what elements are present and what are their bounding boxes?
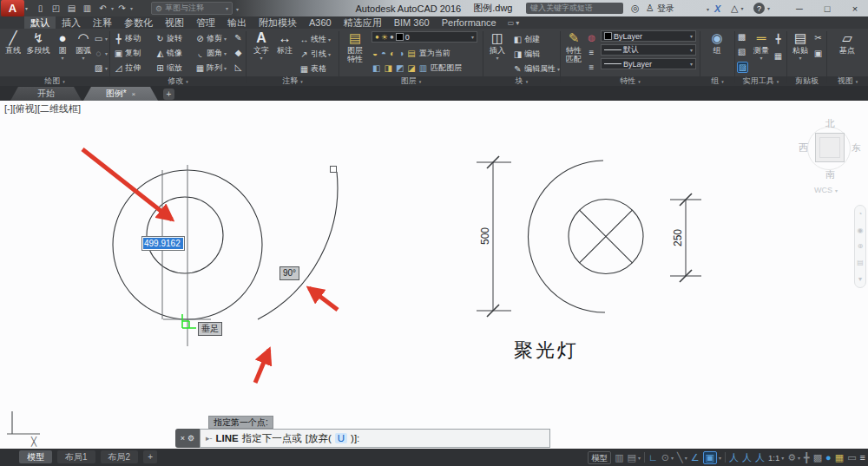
ribbon-tab-home[interactable]: 默认 (24, 16, 56, 29)
layout1-tab[interactable]: 布局1 (57, 450, 95, 463)
panel-clipboard-label[interactable]: 剪贴板 (787, 76, 826, 86)
layer-thaw-icon[interactable]: ◨ (384, 63, 391, 73)
hatch-button[interactable]: ▨▾ (94, 63, 108, 73)
match-properties-button[interactable]: ✎ 特性 匹配 (562, 30, 586, 63)
zoom-icon[interactable]: ⊕ (858, 242, 864, 250)
scale-button[interactable]: ⊞缩放 (155, 62, 182, 74)
wcs-dropdown[interactable]: WCS ▾ (814, 186, 838, 194)
help-button[interactable]: ? ▾ (753, 0, 770, 16)
offset-button[interactable]: ◺ (233, 62, 243, 72)
make-current-button[interactable]: 置为当前 (419, 48, 450, 59)
ribbon-tab-view[interactable]: 视图 (159, 16, 190, 29)
viewcube-west[interactable]: 西 (799, 141, 808, 154)
cut-button[interactable]: ✂ (813, 33, 823, 43)
layer-walk-icon[interactable]: ▤ (407, 49, 415, 58)
rotate-button[interactable]: ↻旋转 (155, 33, 182, 44)
circle-button[interactable]: ● 圆 ▾ (52, 30, 73, 61)
redo-icon[interactable]: ↷ (115, 3, 129, 13)
annotation-visibility-icon[interactable]: 人 (729, 451, 739, 464)
autoscale-icon[interactable]: 人 (742, 451, 752, 464)
model-space-button[interactable]: 模型 (588, 451, 611, 464)
ribbon-tab-addins[interactable]: 附加模块 (253, 16, 303, 29)
undo-dropdown-icon[interactable]: ▾ (111, 5, 114, 11)
color-palette-button[interactable]: ◍ (587, 33, 596, 43)
viewcube-east[interactable]: 东 (852, 141, 861, 154)
command-close-icon[interactable]: × (181, 434, 185, 443)
arc-dropdown-icon[interactable]: ▾ (82, 55, 84, 61)
orbit-icon[interactable]: ▤ (857, 259, 864, 266)
leader-button[interactable]: ↗引线▾ (299, 49, 331, 60)
panel-view-label[interactable]: 视图▾ (827, 76, 868, 86)
linear-dim-button[interactable]: ↔线性▾ (299, 34, 331, 45)
panel-properties-label[interactable]: 特性▾ (561, 76, 700, 86)
a360-button[interactable]: X (714, 0, 720, 16)
file-tab-doc[interactable]: 图例* × (83, 87, 158, 101)
save-icon[interactable]: ▤ (64, 3, 79, 13)
qat-more-icon[interactable]: ▾ (236, 6, 239, 12)
layout2-tab[interactable]: 布局2 (101, 450, 139, 463)
dimension-value-input[interactable] (143, 238, 183, 249)
linetype-dropdown[interactable]: ByLayer ▾ (601, 58, 696, 69)
layer-freeze2-icon[interactable]: ◐ (390, 49, 395, 58)
table-button[interactable]: ▦表格 (299, 63, 326, 75)
ribbon-tab-a360[interactable]: A360 (303, 16, 338, 29)
arc-button[interactable]: ◠ 圆弧 ▾ (73, 30, 94, 61)
annotation-monitor-icon[interactable]: ╋ (804, 452, 810, 463)
polyline-button[interactable]: ↯ 多段线 (24, 30, 52, 55)
ellipse-button[interactable]: ◌▾ (94, 49, 108, 58)
layer-off-icon[interactable]: ◒ (372, 49, 378, 58)
distance-button[interactable]: ▩ (737, 32, 746, 42)
snap-icon[interactable]: ▤ (628, 452, 636, 463)
ribbon-tab-parametric[interactable]: 参数化 (118, 16, 159, 29)
command-input[interactable]: ▸- LINE 指定下一点或 [放弃(U)]: (200, 429, 550, 448)
insert-block-button[interactable]: ◫ 插入 ▾ (485, 30, 510, 61)
exchange-apps-button[interactable]: △ ▾ (731, 0, 743, 16)
undo-icon[interactable]: ↶ (95, 3, 110, 13)
array-button[interactable]: ▦阵列▾ (195, 62, 227, 74)
grid-icon[interactable]: ▥ (615, 452, 623, 463)
quick-properties-icon[interactable]: ▩ (813, 452, 822, 463)
copy-button[interactable]: ▣复制 (114, 48, 141, 59)
point-button[interactable]: ╋ (773, 34, 783, 43)
workspace-gear-icon[interactable]: ⚙ (787, 452, 796, 463)
paste-button[interactable]: ▤ 粘贴 ▾ (789, 30, 812, 61)
layer-isolate-icon[interactable]: ◓ (381, 49, 386, 58)
selection-cycling-button[interactable]: ▨ (737, 62, 748, 73)
sign-in-button[interactable]: ♙ 登录 (646, 0, 674, 16)
annotation-scale-icon[interactable]: 人 (755, 451, 765, 464)
layer-merge-icon[interactable]: ▥ (419, 63, 427, 73)
panel-draw-label[interactable]: 绘图▾ (0, 76, 109, 86)
match-layer-button[interactable]: 匹配图层 (431, 62, 462, 74)
text-button[interactable]: A 文字 ▾ (251, 30, 272, 61)
list2-button[interactable]: ≡ (587, 62, 596, 72)
layer-properties-button[interactable]: ▤ 图层 特性 (342, 30, 368, 63)
help-search-input[interactable]: 键入关键字或短语 (526, 3, 623, 14)
maximize-button[interactable]: □ (814, 0, 840, 16)
line-button[interactable]: ╱ 直线 (2, 30, 24, 55)
viewcube-north[interactable]: 北 (825, 117, 835, 130)
mirror-button[interactable]: ◭镜像 (155, 48, 182, 59)
rectangle-button[interactable]: ▭▾ (94, 34, 108, 43)
panel-layers-label[interactable]: 图层▾ (339, 76, 483, 86)
close-button[interactable]: × (842, 0, 868, 16)
layer-lock2-icon[interactable]: ◑ (398, 49, 404, 58)
object-color-dropdown[interactable]: ByLayer ▾ (601, 30, 696, 42)
new-file-icon[interactable]: ▯ (33, 3, 48, 13)
edit-block-button[interactable]: ◨编辑 (513, 49, 540, 60)
quick-select-button[interactable]: ▧ (737, 47, 746, 56)
ribbon-tab-annotate[interactable]: 注释 (87, 16, 118, 29)
ribbon-tab-featured-apps[interactable]: 精选应用 (338, 16, 388, 29)
scale-value[interactable]: 1:1 (768, 453, 779, 463)
viewcube-south[interactable]: 南 (825, 168, 835, 181)
isodraft-icon[interactable]: ╲ (677, 452, 683, 463)
open-file-icon[interactable]: ◰ (49, 3, 63, 13)
erase-button[interactable]: ✎ (233, 33, 243, 43)
polar-tracking-icon[interactable]: ⊙ (661, 452, 669, 463)
model-tab[interactable]: 模型 (19, 450, 52, 463)
edit-attributes-button[interactable]: ✎编辑属性▾ (513, 63, 560, 75)
hardware-acceleration-icon[interactable]: ▦ (835, 452, 844, 463)
fillet-button[interactable]: ◟圆角▾ (195, 48, 227, 59)
dynamic-dimension-input[interactable] (141, 236, 185, 251)
navbar-more-icon[interactable]: ▾ (858, 275, 862, 283)
layer-unlock-icon[interactable]: ◩ (396, 63, 404, 73)
